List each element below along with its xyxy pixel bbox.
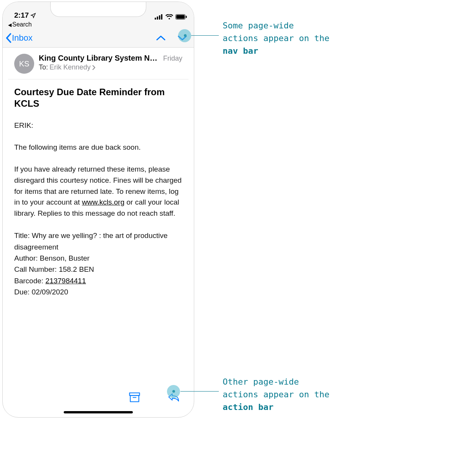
phone-frame: 2:17 ◀Search Inbox KS King Co <box>2 2 194 418</box>
body-p2: If you have already returned these items… <box>14 164 182 219</box>
breadcrumb-label: Search <box>12 21 32 28</box>
email-body: ERIK: The following items are due back s… <box>3 109 194 298</box>
item-due: Due: 02/09/2020 <box>14 286 182 297</box>
annotation-bottom: Other page-wide actions appear on the ac… <box>223 375 384 413</box>
kcls-link[interactable]: www.kcls.org <box>82 198 124 206</box>
chevron-right-icon <box>92 65 96 70</box>
nav-highlight-dot <box>178 29 191 42</box>
chevron-left-icon <box>5 33 12 43</box>
toolbar-highlight-dot <box>167 385 180 398</box>
cellular-icon <box>155 14 163 20</box>
archive-icon <box>129 392 140 402</box>
svg-rect-3 <box>161 14 163 20</box>
location-icon <box>30 13 36 18</box>
archive-button[interactable] <box>129 392 140 403</box>
chevron-up-icon <box>156 35 166 41</box>
toolbar <box>3 386 194 408</box>
annotation-top: Some page-wide actions appear on the nav… <box>223 19 384 57</box>
email-date: Friday <box>163 55 182 63</box>
bottom-connector-line <box>180 391 219 392</box>
breadcrumb[interactable]: ◀Search <box>3 21 194 30</box>
wifi-icon <box>165 14 173 20</box>
item-author: Author: Benson, Buster <box>14 253 182 264</box>
greeting: ERIK: <box>14 120 182 131</box>
back-button[interactable]: Inbox <box>5 33 33 43</box>
notch <box>50 2 146 17</box>
nav-bar: Inbox <box>3 30 194 48</box>
battery-icon <box>175 14 187 20</box>
to-name: Erik Kennedy <box>50 63 91 71</box>
avatar-initials: KS <box>19 59 30 68</box>
previous-email-button[interactable] <box>155 33 166 43</box>
item-title: Title: Why are we yelling? : the art of … <box>14 230 182 253</box>
svg-rect-0 <box>155 18 156 20</box>
back-triangle-icon: ◀ <box>8 22 12 28</box>
status-time: 2:17 <box>14 11 29 20</box>
item-barcode: Barcode: 2137984411 <box>14 275 182 286</box>
svg-rect-5 <box>176 15 185 19</box>
body-p1: The following items are due back soon. <box>14 142 182 153</box>
email-subject: Courtesy Due Date Reminder from KCLS <box>3 79 194 109</box>
email-header: KS King County Library System Noti… Frid… <box>8 48 188 79</box>
barcode-link[interactable]: 2137984411 <box>45 277 86 285</box>
back-label: Inbox <box>12 33 33 43</box>
svg-rect-1 <box>157 17 159 20</box>
item-call: Call Number: 158.2 BEN <box>14 264 182 275</box>
recipients-row[interactable]: To: Erik Kennedy <box>39 63 182 71</box>
svg-rect-8 <box>130 395 139 402</box>
top-connector-line <box>191 35 219 36</box>
avatar[interactable]: KS <box>14 54 34 74</box>
sender-name[interactable]: King County Library System Noti… <box>39 54 160 63</box>
svg-rect-6 <box>186 16 187 18</box>
svg-rect-2 <box>159 15 160 20</box>
to-label: To: <box>39 63 48 71</box>
home-indicator[interactable] <box>64 411 133 413</box>
